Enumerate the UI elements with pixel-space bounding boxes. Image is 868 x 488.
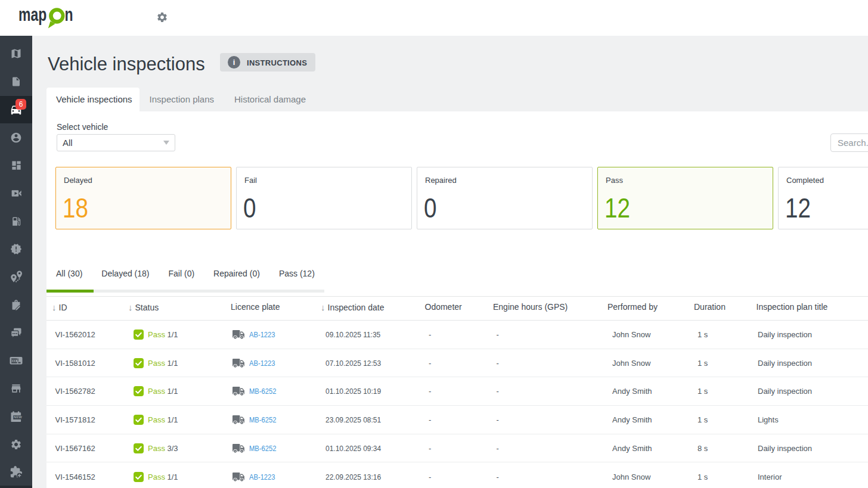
svg-text:map: map [18, 4, 46, 25]
svg-text:n: n [65, 4, 73, 25]
svg-text:NEW: NEW [14, 415, 22, 419]
